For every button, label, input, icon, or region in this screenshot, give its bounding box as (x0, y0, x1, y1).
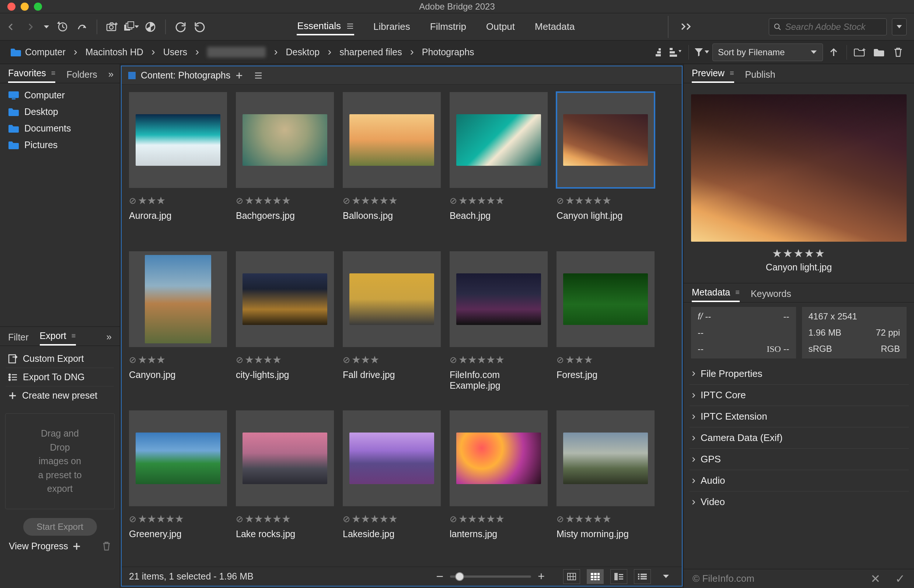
favorite-item-desktop[interactable]: Desktop (4, 103, 116, 120)
rotate-ccw-button[interactable] (173, 19, 189, 35)
view-list-button[interactable] (634, 569, 651, 584)
metadata-section[interactable]: Camera Data (Exif) (689, 427, 909, 448)
thumbnail-cell[interactable]: ⊘ ★★★★★Lakeside.jpg (343, 410, 441, 562)
rating-stars[interactable]: ⊘ ★★★ (556, 354, 655, 366)
recent-button[interactable] (55, 19, 71, 35)
thumbnail-image[interactable] (556, 410, 655, 506)
plus-icon[interactable] (236, 72, 243, 79)
rotate-cw-button[interactable] (192, 19, 208, 35)
thumb-small-button[interactable] (648, 44, 665, 61)
breadcrumb-item[interactable]: Macintosh HD (83, 47, 146, 58)
thumbnail-grid[interactable]: ⊘ ★★★Aurora.jpg⊘ ★★★★★Bachgoers.jpg⊘ ★★★… (121, 85, 682, 567)
rating-stars[interactable]: ⊘ ★★★ (129, 354, 227, 366)
sort-ascending-button[interactable] (825, 44, 842, 61)
metadata-section[interactable]: Video (689, 491, 909, 512)
history-menu-button[interactable] (41, 19, 52, 35)
export-preset-dng[interactable]: Export To DNG (6, 368, 114, 386)
rating-stars[interactable]: ⊘ ★★★★★ (556, 513, 655, 525)
open-folder-button[interactable] (870, 44, 888, 61)
more-tabs-button[interactable]: » (107, 331, 112, 346)
search-input[interactable] (785, 22, 882, 32)
rating-stars[interactable]: ⊘ ★★★★★ (343, 194, 441, 207)
workspace-tab-metadata[interactable]: Metadata (534, 18, 575, 36)
export-preset-custom[interactable]: Custom Export (6, 350, 114, 368)
metadata-section[interactable]: Audio (689, 470, 909, 491)
thumbnail-image[interactable] (236, 92, 334, 188)
export-drop-zone[interactable]: Drag and Drop images on a preset to expo… (5, 414, 115, 509)
breadcrumb-item[interactable]: Computer (7, 47, 68, 58)
close-window-button[interactable] (7, 3, 16, 11)
thumbnail-cell[interactable]: ⊘ ★★★★★Beach.jpg (450, 92, 548, 243)
slider-knob[interactable] (455, 572, 464, 581)
rating-stars[interactable]: ⊘ ★★★ (343, 354, 441, 366)
workspace-tab-essentials[interactable]: Essentials (297, 18, 354, 36)
breadcrumb-item[interactable]: █████████ (204, 47, 269, 58)
maximize-window-button[interactable] (34, 3, 42, 11)
batch-button[interactable] (123, 19, 139, 35)
workspace-tab-filmstrip[interactable]: Filmstrip (429, 18, 467, 36)
minimize-window-button[interactable] (21, 3, 29, 11)
thumbnail-image[interactable] (556, 92, 655, 188)
rating-stars[interactable]: ⊘ ★★★★★ (343, 513, 441, 525)
export-preset-create[interactable]: Create new preset (6, 386, 114, 404)
view-grid-button[interactable] (587, 569, 604, 584)
thumbnail-image[interactable] (343, 92, 441, 188)
favorite-item-documents[interactable]: Documents (4, 120, 116, 137)
thumbnail-image[interactable] (236, 251, 334, 347)
favorite-item-pictures[interactable]: Pictures (4, 137, 116, 153)
plus-icon[interactable] (73, 542, 81, 551)
cancel-button[interactable]: ✕ (870, 572, 880, 586)
trash-icon[interactable] (102, 541, 111, 551)
thumbnail-size-slider[interactable] (450, 575, 531, 578)
thumbnail-cell[interactable]: ⊘ ★★★★★FileInfo.com Example.jpg (450, 251, 548, 402)
boomerang-button[interactable] (74, 19, 90, 35)
forward-button[interactable] (22, 19, 38, 35)
menu-icon[interactable] (255, 72, 262, 79)
metadata-section[interactable]: File Properties (689, 363, 909, 384)
thumbnail-cell[interactable]: ⊘ ★★★★★Bachgoers.jpg (236, 92, 334, 243)
tab-folders[interactable]: Folders (66, 69, 97, 83)
thumbnail-image[interactable] (129, 410, 227, 506)
camera-raw-button[interactable] (142, 19, 159, 35)
tab-metadata[interactable]: Metadata≡ (692, 287, 740, 302)
metadata-sections[interactable]: File PropertiesIPTC CoreIPTC ExtensionCa… (684, 363, 914, 569)
thumbnail-image[interactable] (129, 251, 227, 347)
metadata-section[interactable]: GPS (689, 448, 909, 470)
thumbnail-cell[interactable]: ⊘ ★★★★city-lights.jpg (236, 251, 334, 402)
search-scope-button[interactable] (892, 18, 907, 36)
rating-stars[interactable]: ⊘ ★★★★★ (450, 354, 548, 366)
workspace-tab-output[interactable]: Output (485, 18, 516, 36)
metadata-section[interactable]: IPTC Core (689, 384, 909, 405)
tab-export[interactable]: Export≡ (40, 331, 76, 346)
thumbnail-image[interactable] (129, 92, 227, 188)
zoom-in-button[interactable]: + (538, 570, 545, 583)
thumbnail-image[interactable] (556, 251, 655, 347)
breadcrumb-item[interactable]: Photographs (419, 47, 477, 58)
apply-button[interactable]: ✓ (895, 572, 905, 586)
tab-publish[interactable]: Publish (745, 69, 775, 83)
thumbnail-cell[interactable]: ⊘ ★★★★★lanterns.jpg (450, 410, 548, 562)
rating-stars[interactable]: ⊘ ★★★★ (236, 354, 334, 366)
rating-stars[interactable]: ⊘ ★★★ (129, 194, 227, 207)
view-grid-lock-button[interactable] (563, 569, 580, 584)
thumbnail-cell[interactable]: ⊘ ★★★★★Misty morning.jpg (556, 410, 655, 562)
breadcrumb-item[interactable]: sharpened files (336, 47, 405, 58)
metadata-section[interactable]: IPTC Extension (689, 405, 909, 427)
view-progress-label[interactable]: View Progress (9, 541, 68, 551)
rating-stars[interactable]: ⊘ ★★★★★ (129, 513, 227, 525)
view-mode-menu-button[interactable] (657, 569, 675, 584)
tab-favorites[interactable]: Favorites≡ (8, 68, 55, 83)
thumbnail-cell[interactable]: ⊘ ★★★Aurora.jpg (129, 92, 227, 243)
breadcrumb-item[interactable]: Desktop (283, 47, 322, 58)
thumbnail-cell[interactable]: ⊘ ★★★Canyon.jpg (129, 251, 227, 402)
preview-rating[interactable]: ★★★★★ (691, 247, 907, 260)
thumbnail-image[interactable] (450, 92, 548, 188)
thumbnail-image[interactable] (450, 410, 548, 506)
start-export-button[interactable]: Start Export (23, 518, 97, 536)
thumbnail-cell[interactable]: ⊘ ★★★★★Greenery.jpg (129, 410, 227, 562)
rating-stars[interactable]: ⊘ ★★★★★ (450, 513, 548, 525)
rating-stars[interactable]: ⊘ ★★★★★ (450, 194, 548, 207)
view-details-button[interactable] (610, 569, 627, 584)
camera-import-button[interactable] (104, 19, 120, 35)
thumbnail-cell[interactable]: ⊘ ★★★★★Balloons.jpg (343, 92, 441, 243)
